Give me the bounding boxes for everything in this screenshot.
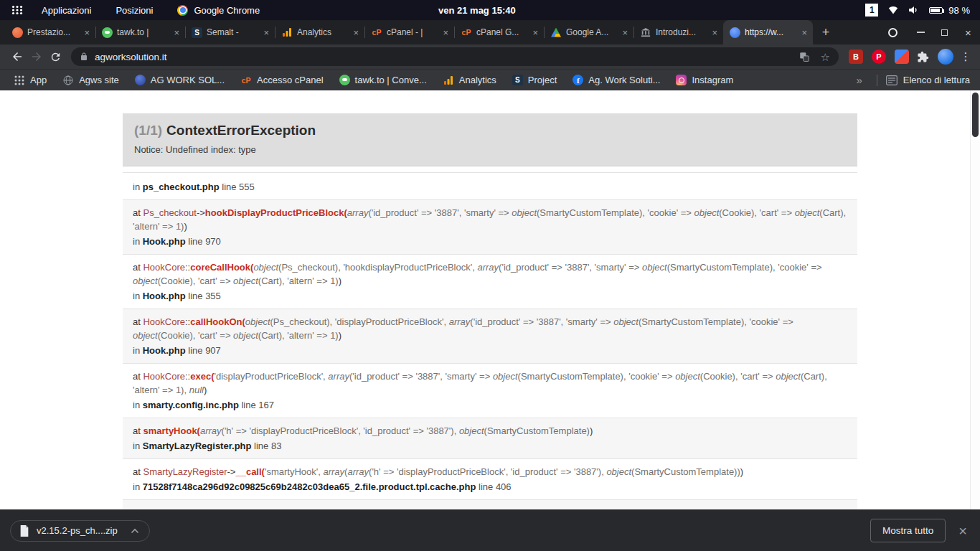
tab-active[interactable]: https://w... × [723, 20, 813, 44]
instagram-icon [676, 75, 687, 85]
trace-call: at SmartyLazyRegister->__call('smartyHoo… [133, 465, 847, 479]
bookmark-agws-site[interactable]: Agws site [56, 72, 126, 89]
places-menu[interactable]: Posizioni [116, 5, 153, 16]
back-button[interactable] [7, 47, 27, 67]
tab-label: Analytics [297, 27, 347, 37]
battery-icon[interactable] [929, 7, 943, 14]
bookmark-label: tawk.to | Conve... [355, 75, 427, 85]
tawkto-icon [102, 27, 113, 38]
download-filename: v2.15.2-ps_ch....zip [37, 525, 118, 536]
globe-icon [62, 75, 74, 86]
system-panel: Applicazioni Posizioni Google Chrome ven… [0, 0, 980, 20]
active-app-name[interactable]: Google Chrome [194, 5, 260, 16]
trace-row: at HookCore::callHookOn(object(Ps_checko… [123, 309, 857, 364]
menu-kebab-icon[interactable]: ⋮ [958, 50, 973, 63]
tab-analytics[interactable]: Analytics × [275, 20, 364, 44]
s-logo-icon: S [512, 75, 523, 85]
clock[interactable]: ven 21 mag 15:40 [438, 0, 516, 20]
bookmarks-overflow-chevron[interactable]: » [850, 74, 867, 86]
bookmark-tawkto[interactable]: tawk.to | Conve... [333, 72, 433, 89]
tab-cpanel-2[interactable]: cP cPanel G... × [454, 20, 544, 44]
maximize-button[interactable] [933, 20, 956, 44]
tawkto-icon [339, 75, 350, 85]
stack-trace: in ps_checkout.php line 555at Ps_checkou… [123, 172, 857, 509]
bookmark-label: Project [528, 75, 557, 85]
bookmark-instagram[interactable]: Instagram [669, 72, 740, 89]
address-bar[interactable]: agworksolution.it ☆ [71, 47, 839, 66]
network-icon[interactable] [888, 6, 898, 14]
extension-icon-pinterest[interactable]: P [872, 50, 886, 64]
system-panel-left: Applicazioni Posizioni Google Chrome [0, 5, 260, 16]
forward-button[interactable] [27, 47, 46, 67]
scrollbar[interactable] [970, 90, 980, 509]
close-window-button[interactable]: × [956, 20, 980, 44]
exception-counter: (1/1) [134, 123, 162, 138]
bookmark-ag-work-sol[interactable]: AG WORK SOL... [128, 72, 231, 89]
trace-call: at HookCore::callHookOn(object(Ps_checko… [133, 315, 847, 342]
close-shelf-icon[interactable]: × [958, 524, 967, 538]
tab-close-icon[interactable]: × [351, 27, 361, 38]
tab-close-icon[interactable]: × [171, 27, 182, 38]
tab-google[interactable]: Google A... × [544, 20, 633, 44]
facebook-icon: f [573, 75, 583, 85]
exception-message: Notice: Undefined index: type [134, 144, 846, 155]
tab-prestazioni[interactable]: Prestazio... × [6, 20, 95, 44]
trace-call: at HookCore::coreCallHook(object(Ps_chec… [133, 260, 847, 288]
tab-introduzione[interactable]: Introduzi... × [633, 20, 723, 44]
bookmark-analytics[interactable]: Analytics [436, 72, 503, 89]
trace-location: in ps_checkout.php line 555 [133, 180, 847, 194]
trace-call: at Block_64569600760a7b7f3b511a8_2342672… [133, 506, 847, 509]
bookmark-accesso-cpanel[interactable]: cP Accesso cPanel [234, 72, 330, 89]
show-all-downloads-button[interactable]: Mostra tutto [870, 519, 946, 542]
cpanel-icon: cP [371, 27, 382, 38]
drive-triangle-icon [550, 27, 562, 38]
url-text[interactable]: agworksolution.it [95, 52, 167, 62]
semalt-icon: S [192, 27, 202, 38]
scrollbar-thumb[interactable] [972, 93, 979, 137]
tab-label: tawk.to | [117, 27, 167, 37]
tab-cpanel[interactable]: cP cPanel - | × [364, 20, 454, 44]
reading-list-button[interactable]: Elenco di lettura [886, 75, 973, 85]
tab-semalt[interactable]: S Semalt - × [185, 20, 275, 44]
bookmarks-bar: App Agws site AG WORK SOL... cP Accesso … [0, 69, 980, 90]
extension-icon-3[interactable] [895, 50, 909, 64]
tab-close-icon[interactable]: × [799, 27, 809, 38]
new-tab-button[interactable]: + [816, 22, 836, 42]
bookmark-apps[interactable]: App [7, 72, 53, 89]
window-controls: × [888, 20, 980, 44]
download-item[interactable]: v2.15.2-ps_ch....zip [10, 520, 150, 542]
trace-row: at HookCore::exec('displayProductPriceBl… [123, 364, 857, 418]
tab-close-icon[interactable]: × [440, 27, 451, 38]
tab-close-icon[interactable]: × [710, 27, 720, 38]
trace-location: in 71528f7148ca296d92c09825c69b2482c03de… [133, 480, 847, 494]
tab-close-icon[interactable]: × [82, 27, 92, 38]
analytics-icon [443, 75, 454, 86]
lock-icon[interactable] [80, 52, 88, 62]
chevron-up-icon[interactable] [131, 528, 139, 534]
bookmark-label: Analytics [459, 75, 496, 85]
applications-grid-icon[interactable] [11, 5, 23, 15]
tab-close-icon[interactable]: × [261, 27, 271, 38]
tab-label: cPanel G... [476, 27, 526, 37]
profile-avatar[interactable] [938, 49, 953, 65]
bookmark-star-icon[interactable]: ☆ [821, 52, 830, 62]
bookmark-label: Ag. Work Soluti... [588, 75, 660, 85]
extensions-puzzle-icon[interactable] [913, 47, 933, 67]
minimize-button[interactable] [909, 20, 933, 44]
bookmark-label: AG WORK SOL... [151, 75, 225, 85]
workspace-indicator[interactable]: 1 [865, 4, 878, 17]
site-globe-icon [730, 27, 740, 38]
reload-button[interactable] [46, 47, 65, 67]
translate-icon[interactable] [799, 52, 810, 62]
volume-icon[interactable] [908, 6, 919, 14]
bookmark-ag-work-facebook[interactable]: f Ag. Work Soluti... [566, 72, 666, 89]
tab-close-icon[interactable]: × [620, 27, 630, 38]
trace-call: at HookCore::exec('displayProductPriceBl… [133, 369, 847, 397]
circle-indicator-icon[interactable] [888, 28, 897, 37]
tab-close-icon[interactable]: × [530, 27, 540, 38]
applications-menu[interactable]: Applicazioni [42, 5, 91, 16]
extension-icon-1[interactable]: B [849, 50, 863, 64]
trace-location: in smarty.config.inc.php line 167 [133, 398, 847, 412]
bookmark-project[interactable]: S Project [506, 72, 563, 89]
tab-tawkto[interactable]: tawk.to | × [95, 20, 185, 44]
